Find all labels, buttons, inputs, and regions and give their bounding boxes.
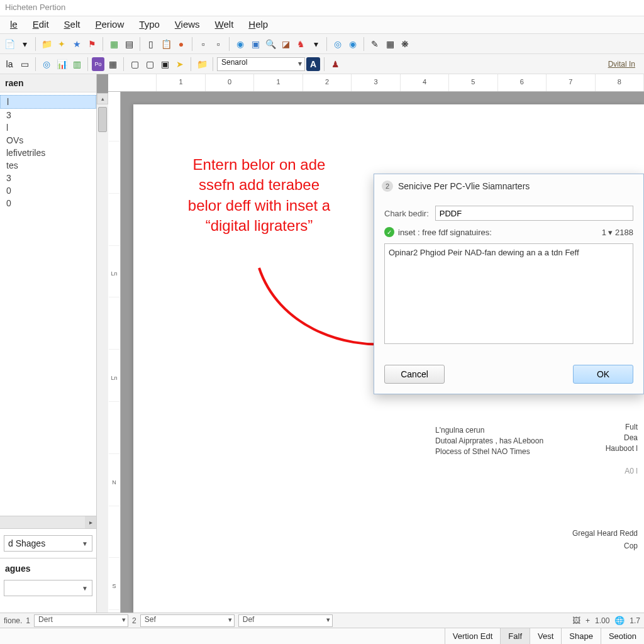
pages-dropdown[interactable]: [4, 580, 92, 596]
tab-seotion[interactable]: Seotion: [601, 628, 644, 644]
menu-views[interactable]: Views: [167, 16, 208, 33]
list-item[interactable]: lefivetriles: [0, 147, 96, 159]
page-text-block: Fult Dea Hauboot l: [562, 422, 638, 453]
scroll-up-icon[interactable]: ▴: [97, 93, 108, 104]
menu-periow[interactable]: Periow: [87, 16, 131, 33]
bookmark-icon[interactable]: ★: [70, 37, 84, 51]
combo-dert[interactable]: Dert: [34, 614, 128, 627]
table-icon[interactable]: ▤: [122, 37, 136, 51]
bottom-bar: fione. 1 Dert 2 Sef Def 🖼 + 1.00 🌐 1.7: [0, 613, 644, 628]
person-icon[interactable]: ♟: [328, 57, 342, 71]
separator: [35, 37, 36, 51]
ruler-tick: 0: [206, 74, 254, 91]
combo-sef[interactable]: Sef: [140, 614, 235, 627]
right-link[interactable]: Dvital In: [608, 60, 641, 69]
image-icon[interactable]: 🖼: [572, 616, 580, 625]
chart-icon[interactable]: 📊: [55, 57, 69, 71]
dashed-box2-icon[interactable]: ▫: [211, 37, 225, 51]
grid2-icon[interactable]: ▦: [383, 37, 397, 51]
ruler-tick: 1: [157, 74, 205, 91]
box1-icon[interactable]: ▢: [128, 57, 142, 71]
page-icon[interactable]: ▯: [144, 37, 158, 51]
calc-icon[interactable]: ▦: [106, 57, 119, 71]
description-textarea[interactable]: Opinar2 Phgiod Peir NAD-fan dewing an a …: [384, 243, 633, 344]
list-item[interactable]: 3: [0, 109, 96, 121]
globe-small-icon[interactable]: 🌐: [614, 616, 625, 625]
list-item[interactable]: 0: [0, 197, 96, 209]
list-item[interactable]: tes: [0, 159, 96, 172]
dashed-box-icon[interactable]: ▫: [196, 37, 210, 51]
box2-icon[interactable]: ▢: [143, 57, 157, 71]
separator: [324, 57, 325, 71]
folder-icon[interactable]: 📁: [40, 37, 53, 51]
ruler-tick: S: [109, 563, 119, 610]
list-item[interactable]: OVs: [0, 134, 96, 147]
scroll-thumb[interactable]: [98, 107, 107, 132]
vertical-scrollbar[interactable]: ▴: [97, 93, 108, 613]
link-icon[interactable]: ♞: [294, 37, 308, 51]
list-item[interactable]: l: [0, 95, 96, 109]
target-icon[interactable]: ◎: [40, 57, 53, 71]
ruler-tick: 5: [449, 74, 497, 91]
folder2-icon[interactable]: 📁: [195, 57, 209, 71]
flag-icon[interactable]: ⚑: [85, 37, 99, 51]
circle-icon[interactable]: ●: [174, 37, 188, 51]
grid-icon[interactable]: ▦: [107, 37, 121, 51]
menu-welt[interactable]: Welt: [208, 16, 242, 33]
wand-icon[interactable]: ✎: [368, 37, 382, 51]
ruler-tick: 8: [596, 74, 644, 91]
menu-help[interactable]: Help: [241, 16, 275, 33]
window-icon[interactable]: ▭: [18, 57, 31, 71]
title-bar: Hicheten Pertion: [0, 0, 644, 16]
menu-typo[interactable]: Typo: [131, 16, 167, 33]
shapes-dropdown[interactable]: d Shages: [4, 535, 92, 552]
list-item[interactable]: l: [0, 121, 96, 134]
annotation-text: Entern belor on ade ssefn add terabee be…: [152, 155, 366, 236]
tab-vertion-edt[interactable]: Vertion Edt: [445, 628, 501, 644]
globe-icon[interactable]: ◎: [331, 37, 345, 51]
dropdown-icon[interactable]: ▾: [309, 37, 323, 51]
document-page[interactable]: Entern belor on ade ssefn add terabee be…: [133, 104, 644, 613]
page-badge-icon[interactable]: 📋: [159, 37, 173, 51]
main-area: raen l 3 l OVs lefivetriles tes 3 0 0 ▸ …: [0, 74, 644, 613]
sidebar-hscroll[interactable]: ▸: [0, 516, 96, 528]
separator: [229, 37, 230, 51]
cancel-button[interactable]: Cancel: [384, 365, 445, 384]
dropdown-arrow-icon[interactable]: ▾: [18, 37, 31, 51]
list-item[interactable]: 3: [0, 172, 96, 184]
scroll-right-icon[interactable]: ▸: [85, 516, 96, 528]
style-combo[interactable]: Senarol: [217, 57, 305, 71]
page-text-block: Cop: [624, 541, 638, 552]
palette-icon[interactable]: ❋: [398, 37, 412, 51]
star-icon[interactable]: ✦: [55, 37, 69, 51]
refresh-icon[interactable]: ◉: [233, 37, 247, 51]
text-a-icon[interactable]: A: [306, 57, 320, 71]
menu-bar: le Edit Selt Periow Typo Views Welt Help: [0, 16, 644, 34]
zoom-icon[interactable]: 🔍: [264, 37, 277, 51]
swatch-icon[interactable]: ◪: [279, 37, 292, 51]
cursor-icon[interactable]: ➤: [173, 57, 187, 71]
menu-selt[interactable]: Selt: [57, 16, 88, 33]
tab-shape[interactable]: Shape: [561, 628, 601, 644]
text-icon[interactable]: la: [3, 57, 16, 71]
ruler-tick: [109, 199, 119, 246]
badge-icon[interactable]: Po: [92, 57, 104, 71]
scroll-track[interactable]: [97, 133, 108, 613]
separator: [192, 37, 192, 51]
list-item[interactable]: 0: [0, 184, 96, 197]
combo-def[interactable]: Def: [238, 614, 333, 627]
chark-bedir-input[interactable]: [435, 206, 633, 221]
tab-falf[interactable]: Falf: [500, 628, 530, 644]
menu-edit[interactable]: Edit: [25, 16, 57, 33]
menu-le[interactable]: le: [3, 16, 25, 33]
vertical-ruler: Ln Ln N S: [108, 92, 121, 613]
doc-icon[interactable]: 📄: [3, 37, 16, 51]
tab-vest[interactable]: Vest: [530, 628, 561, 644]
cloud-icon[interactable]: ◉: [346, 37, 360, 51]
zoom-plus-icon[interactable]: +: [586, 616, 590, 625]
layers-icon[interactable]: ▣: [248, 37, 262, 51]
box3-icon[interactable]: ▣: [158, 57, 172, 71]
panel-icon[interactable]: ▥: [70, 57, 84, 71]
scroll-track[interactable]: [0, 516, 85, 528]
ok-button[interactable]: OK: [573, 365, 633, 384]
